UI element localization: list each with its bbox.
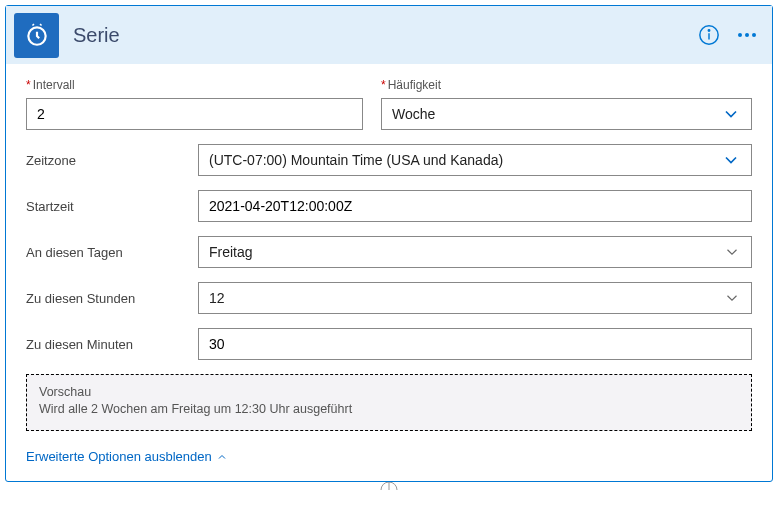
minutes-input[interactable] bbox=[198, 328, 752, 360]
hours-label: Zu diesen Stunden bbox=[26, 291, 198, 306]
frequency-select[interactable]: Woche bbox=[381, 98, 752, 130]
recurrence-card: Serie *Intervall *Häufi bbox=[5, 5, 773, 482]
starttime-label: Startzeit bbox=[26, 199, 198, 214]
chevron-down-icon bbox=[723, 243, 741, 261]
timezone-select[interactable]: (UTC-07:00) Mountain Time (USA und Kanad… bbox=[198, 144, 752, 176]
chevron-down-icon bbox=[721, 104, 741, 124]
interval-label: *Intervall bbox=[26, 78, 363, 92]
svg-point-3 bbox=[708, 30, 709, 31]
chevron-up-icon bbox=[216, 451, 228, 463]
card-header: Serie bbox=[6, 6, 772, 64]
connector bbox=[5, 482, 773, 498]
card-title: Serie bbox=[73, 24, 698, 47]
advanced-link-label: Erweiterte Optionen ausblenden bbox=[26, 449, 212, 464]
card-body: *Intervall *Häufigkeit Woche Zeitzone bbox=[6, 64, 772, 481]
hours-value: 12 bbox=[209, 290, 225, 306]
timezone-label: Zeitzone bbox=[26, 153, 198, 168]
info-icon[interactable] bbox=[698, 24, 720, 46]
chevron-down-icon bbox=[723, 289, 741, 307]
timezone-value: (UTC-07:00) Mountain Time (USA und Kanad… bbox=[209, 152, 503, 168]
hours-select[interactable]: 12 bbox=[198, 282, 752, 314]
days-value: Freitag bbox=[209, 244, 253, 260]
minutes-label: Zu diesen Minuten bbox=[26, 337, 198, 352]
chevron-down-icon bbox=[721, 150, 741, 170]
starttime-input[interactable] bbox=[198, 190, 752, 222]
recurrence-icon bbox=[14, 13, 59, 58]
hide-advanced-link[interactable]: Erweiterte Optionen ausblenden bbox=[26, 449, 228, 464]
frequency-value: Woche bbox=[392, 106, 435, 122]
interval-input[interactable] bbox=[26, 98, 363, 130]
days-select[interactable]: Freitag bbox=[198, 236, 752, 268]
preview-title: Vorschau bbox=[39, 385, 739, 399]
more-icon[interactable] bbox=[738, 33, 756, 37]
days-label: An diesen Tagen bbox=[26, 245, 198, 260]
frequency-label: *Häufigkeit bbox=[381, 78, 752, 92]
preview-text: Wird alle 2 Wochen am Freitag um 12:30 U… bbox=[39, 402, 739, 416]
preview-box: Vorschau Wird alle 2 Wochen am Freitag u… bbox=[26, 374, 752, 431]
